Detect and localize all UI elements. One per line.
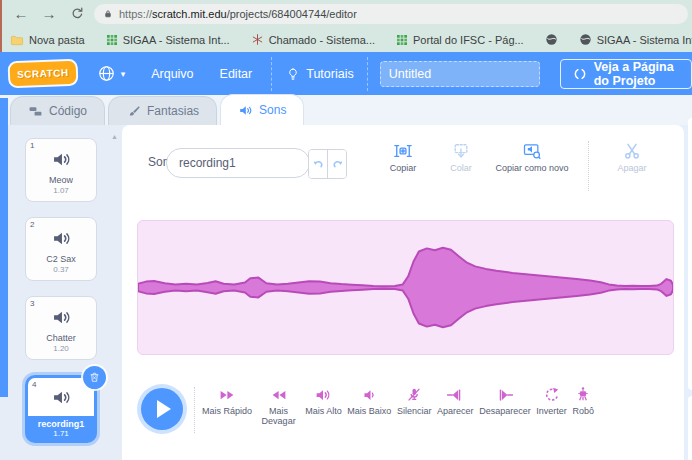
bookmark-label: SIGAA - Sistema Int...	[123, 34, 230, 46]
sound-tile-name: recording1	[38, 419, 85, 429]
bookmark-item[interactable]: Nova pasta	[10, 33, 85, 47]
bookmark-label: Nova pasta	[29, 34, 85, 46]
edit-toolbar: CopiarColarCopiar como novoApagar	[374, 141, 674, 193]
effect-rewind-button[interactable]: Mais Devagar	[258, 386, 300, 427]
sound-name-input[interactable]	[166, 148, 310, 178]
menu-editar[interactable]: Editar	[207, 52, 266, 95]
scratch-logo[interactable]: SCRATCH	[10, 61, 76, 86]
effect-label: Inverter	[536, 406, 567, 416]
sound-tile[interactable]: 3 Chatter 1.20	[25, 296, 97, 360]
waveform-canvas[interactable]	[137, 220, 674, 355]
header-divider	[367, 57, 368, 91]
toolbar-label: Copiar como novo	[495, 163, 568, 173]
back-button[interactable]: ←	[10, 3, 32, 25]
toolbar-label: Colar	[450, 163, 472, 173]
scratch-header: SCRATCH ▾ Arquivo Editar Tutoriais Veja …	[0, 52, 692, 95]
left-blue-strip	[0, 98, 8, 397]
toolbar-label: Copiar	[390, 163, 417, 173]
sound-index: 4	[32, 380, 36, 389]
sound-editor-panel: Som CopiarColarCopiar como novoApagar	[122, 125, 684, 460]
forward-button[interactable]: →	[38, 3, 60, 25]
fade-out-icon	[496, 386, 514, 404]
effect-label: Desaparecer	[479, 406, 531, 416]
speaker-icon	[238, 103, 253, 118]
sound-tile-selected[interactable]: 4 recording1 1.71	[25, 375, 97, 443]
chevron-down-icon: ▾	[121, 69, 126, 79]
sound-index: 3	[30, 299, 34, 308]
globe-icon	[579, 33, 592, 46]
sound-tile[interactable]: 2 C2 Sax 0.37	[25, 217, 97, 281]
effect-softer-button[interactable]: Mais Baixo	[347, 386, 391, 416]
see-project-page-label: Veja a Página do Projeto	[594, 60, 679, 88]
lightbulb-icon	[285, 66, 301, 82]
effect-fade-out-button[interactable]: Desaparecer	[479, 386, 531, 416]
stage-panel-edge-lower	[688, 396, 692, 460]
bookmark-label: Chamado - Sistema...	[269, 34, 375, 46]
lock-icon	[102, 8, 114, 20]
folder-icon	[10, 33, 24, 47]
toolbar-divider	[588, 141, 589, 191]
effect-label: Robô	[572, 406, 594, 416]
menu-arquivo[interactable]: Arquivo	[138, 52, 206, 95]
sound-list: 1 Meow 1.072 C2 Sax 0.373 Chatter 1.20 4…	[0, 138, 122, 443]
effect-label: Silenciar	[397, 406, 432, 416]
undo-icon	[312, 158, 325, 171]
reload-button[interactable]	[66, 3, 88, 25]
tab-fantasias[interactable]: Fantasias	[108, 96, 217, 125]
tutorials-button[interactable]: Tutoriais	[272, 52, 366, 95]
url-bar[interactable]: https://scratch.mit.edu/projects/6840047…	[94, 4, 688, 24]
copy-button[interactable]: Copiar	[374, 141, 432, 173]
bookmark-item[interactable]: SIGAA - Sistema Int...	[106, 34, 230, 46]
effect-label: Aparecer	[437, 406, 474, 416]
sound-tile[interactable]: 1 Meow 1.07	[25, 138, 97, 202]
play-button[interactable]	[141, 388, 183, 430]
sound-tile-duration: 0.37	[53, 265, 69, 274]
bookmark-item[interactable]: Portal do IFSC - Pág...	[396, 34, 524, 46]
undo-button[interactable]	[309, 150, 327, 178]
tab-codigo[interactable]: Código	[10, 96, 105, 125]
brush-icon	[126, 104, 141, 119]
effect-label: Mais Rápido	[202, 406, 252, 416]
effect-louder-button[interactable]: Mais Alto	[305, 386, 342, 416]
sound-tile-duration: 1.71	[53, 429, 69, 438]
project-title-input[interactable]	[380, 61, 540, 87]
see-project-page-button[interactable]: Veja a Página do Projeto	[560, 59, 692, 89]
copy-new-button[interactable]: Copiar como novo	[490, 141, 574, 173]
url-text: https://scratch.mit.edu/projects/6840047…	[119, 8, 357, 20]
sound-index: 1	[30, 141, 34, 150]
bookmark-label: SIGAA - Sistema Int...	[597, 34, 692, 46]
sound-sidebar: ▲ 1 Meow 1.072 C2 Sax 0.373 Chatter 1.20…	[0, 125, 122, 460]
tab-label: Código	[49, 104, 87, 118]
tile-speaker-icon	[51, 228, 72, 249]
sound-tile-name: Chatter	[46, 333, 76, 343]
delete-sound-button[interactable]	[83, 366, 106, 389]
scissors-button[interactable]: Apagar	[603, 141, 661, 173]
effect-fade-in-button[interactable]: Aparecer	[437, 386, 474, 416]
scratch-sound-editor-screen: ← → https://scratch.mit.edu/projects/684…	[0, 0, 692, 460]
paste-icon	[451, 141, 471, 161]
fast-forward-icon	[218, 386, 236, 404]
effect-mute-button[interactable]: Silenciar	[397, 386, 432, 416]
bookmark-item[interactable]: Chamado - Sistema...	[251, 33, 375, 46]
tab-sons[interactable]: Sons	[220, 94, 304, 125]
bookmarks-bar: Nova pastaSIGAA - Sistema Int...Chamado …	[0, 27, 692, 52]
redo-button[interactable]	[327, 150, 346, 178]
effect-robot-button[interactable]: Robô	[572, 386, 594, 416]
reload-icon	[70, 6, 85, 21]
bookmark-item[interactable]: SIGAA - Sistema Int...	[579, 33, 692, 46]
effect-reverse-button[interactable]: Inverter	[536, 386, 567, 416]
browser-toolbar: ← → https://scratch.mit.edu/projects/684…	[0, 0, 692, 27]
bookmark-item[interactable]	[545, 33, 558, 46]
paste-button[interactable]: Colar	[432, 141, 490, 173]
play-icon	[157, 400, 171, 418]
language-selector[interactable]: ▾	[84, 52, 139, 95]
undo-redo-group	[308, 149, 347, 179]
workspace: ▲ 1 Meow 1.072 C2 Sax 0.373 Chatter 1.20…	[0, 125, 692, 460]
code-icon	[28, 104, 43, 119]
louder-icon	[314, 386, 332, 404]
effect-fast-forward-button[interactable]: Mais Rápido	[202, 386, 252, 416]
trash-icon	[88, 371, 101, 384]
effect-label: Mais Alto	[305, 406, 342, 416]
globe-icon	[97, 64, 116, 83]
sound-tile-name: Meow	[49, 175, 73, 185]
